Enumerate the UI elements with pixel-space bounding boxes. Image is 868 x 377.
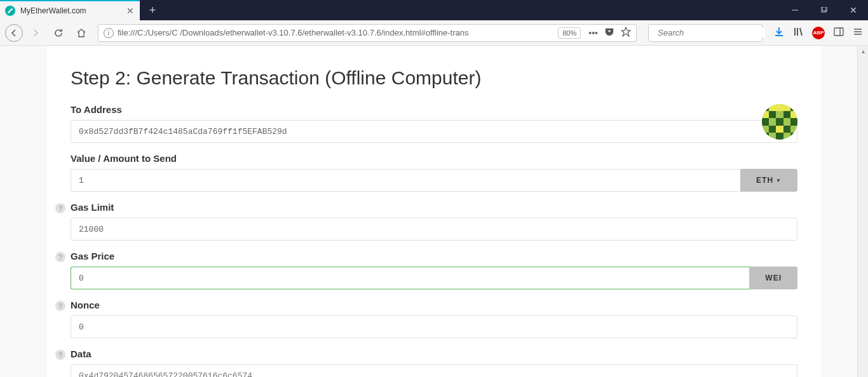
new-tab-button[interactable]: + [142, 0, 163, 20]
svg-rect-28 [776, 126, 783, 133]
help-icon[interactable]: ? [55, 301, 65, 311]
zoom-level[interactable]: 80% [558, 27, 581, 39]
data-label: Data [71, 348, 797, 359]
gas-price-label: Gas Price [71, 251, 797, 261]
page-viewport: ▴ Step 2: Generate Transaction (Offline … [0, 46, 868, 377]
page-actions-icon[interactable]: ••• [588, 28, 598, 38]
forward-button[interactable] [25, 23, 46, 43]
page-info-icon[interactable]: i [104, 28, 114, 38]
address-identicon [762, 104, 797, 140]
currency-label: ETH [756, 176, 773, 185]
back-button[interactable] [5, 24, 23, 42]
home-button[interactable] [71, 23, 92, 43]
browser-tab[interactable]: MyEtherWallet.com ✕ [0, 0, 140, 20]
svg-rect-21 [769, 111, 776, 118]
pocket-icon[interactable] [604, 27, 614, 39]
nonce-input[interactable] [71, 315, 797, 338]
svg-rect-31 [776, 133, 783, 140]
tab-close-button[interactable]: ✕ [126, 6, 135, 15]
menu-icon[interactable] [853, 27, 863, 39]
page-content: Step 2: Generate Transaction (Offline Co… [46, 46, 822, 377]
scrollbar[interactable]: ▴ [857, 46, 868, 377]
svg-rect-23 [762, 118, 769, 126]
help-icon[interactable]: ? [55, 350, 65, 360]
search-input[interactable] [658, 28, 765, 37]
window-titlebar: MyEtherWallet.com ✕ + ✕ [0, 0, 868, 20]
amount-label: Value / Amount to Send [71, 153, 797, 164]
minimize-button[interactable] [780, 0, 810, 20]
window-controls: ✕ [780, 0, 868, 20]
browser-toolbar: i file:///C:/Users/C /Downloads/etherwal… [0, 20, 868, 46]
nonce-label: Nonce [71, 300, 797, 310]
scroll-up-arrow[interactable]: ▴ [858, 46, 868, 56]
url-bar[interactable]: i file:///C:/Users/C /Downloads/etherwal… [98, 24, 637, 42]
gas-limit-input[interactable] [71, 218, 797, 241]
svg-rect-27 [783, 126, 790, 133]
maximize-button[interactable] [810, 0, 839, 20]
nonce-row: ? Nonce [71, 300, 797, 338]
sidebar-icon[interactable] [834, 27, 844, 39]
gas-price-row: ? Gas Price WEI [71, 251, 797, 289]
data-input[interactable] [71, 364, 797, 377]
amount-input[interactable] [71, 169, 740, 192]
close-window-button[interactable]: ✕ [839, 0, 868, 20]
to-address-label: To Address [71, 104, 797, 115]
library-icon[interactable] [793, 27, 803, 39]
help-icon[interactable]: ? [55, 203, 65, 213]
gas-price-input[interactable] [71, 267, 749, 289]
site-favicon [5, 6, 15, 16]
adblock-icon[interactable]: ABP [812, 27, 825, 39]
svg-line-7 [800, 28, 802, 36]
to-address-row: To Address [71, 104, 797, 143]
reload-button[interactable] [48, 23, 69, 43]
svg-rect-22 [783, 111, 790, 118]
help-icon[interactable]: ? [55, 252, 65, 262]
gas-price-unit: WEI [749, 267, 797, 289]
svg-rect-25 [776, 118, 783, 126]
to-address-input[interactable] [71, 120, 797, 143]
tab-title: MyEtherWallet.com [20, 6, 126, 15]
step-heading: Step 2: Generate Transaction (Offline Co… [71, 67, 797, 89]
gas-limit-label: Gas Limit [71, 202, 797, 213]
svg-rect-26 [769, 126, 776, 133]
downloads-icon[interactable] [774, 27, 784, 39]
chevron-down-icon: ▼ [776, 178, 782, 183]
data-row: ? Data [71, 348, 797, 377]
svg-rect-1 [821, 7, 826, 12]
bookmark-star-icon[interactable] [621, 27, 631, 39]
svg-rect-2 [822, 7, 827, 11]
svg-rect-24 [790, 118, 797, 126]
svg-rect-18 [776, 104, 783, 111]
url-text: file:///C:/Users/C /Downloads/etherwalle… [118, 28, 554, 37]
amount-row: Value / Amount to Send ETH ▼ [71, 153, 797, 192]
svg-rect-8 [834, 28, 843, 36]
currency-dropdown[interactable]: ETH ▼ [740, 169, 797, 192]
gas-limit-row: ? Gas Limit [71, 202, 797, 241]
search-bar[interactable] [648, 24, 763, 42]
